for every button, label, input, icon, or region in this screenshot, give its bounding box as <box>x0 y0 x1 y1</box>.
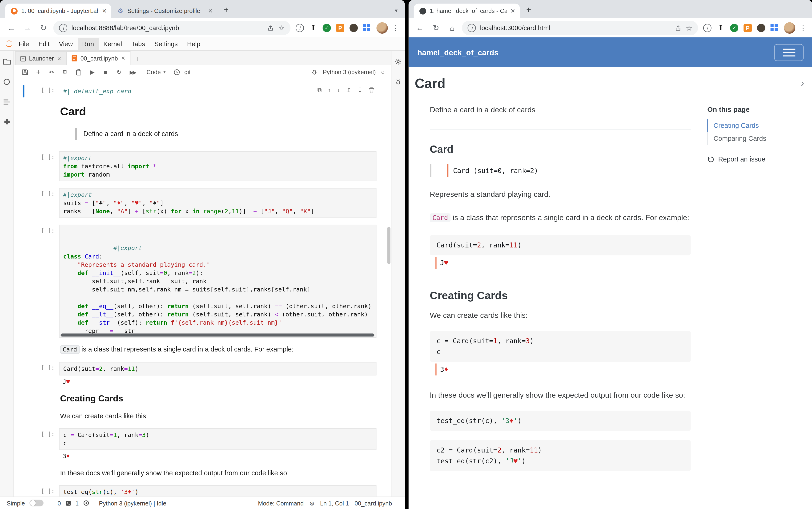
add-cell-button[interactable]: + <box>32 66 45 78</box>
simple-mode-toggle[interactable] <box>30 500 43 506</box>
profile-avatar[interactable] <box>376 22 388 33</box>
extension-i-icon[interactable]: I <box>717 24 725 32</box>
notebook-scroll-area[interactable]: [ ]: #| default_exp card ⧉ ↑ ↓ ↥ ↧ <box>14 79 391 497</box>
menu-item-kernel[interactable]: Kernel <box>99 38 127 49</box>
address-bar[interactable]: i localhost:3000/card.html ☆ <box>462 21 698 35</box>
extension-info-icon[interactable]: i <box>295 24 304 32</box>
running-kernels-icon[interactable] <box>3 78 10 86</box>
menu-item-tabs[interactable]: Tabs <box>127 38 150 49</box>
extension-grid-icon[interactable] <box>363 24 371 32</box>
address-bar[interactable]: i localhost:8888/lab/tree/00_card.ipynb … <box>54 21 291 35</box>
toc-link-creating-cards[interactable]: Creating Cards <box>707 119 800 132</box>
forward-button[interactable]: → <box>21 21 34 34</box>
cell-type-dropdown[interactable]: Code ▾ <box>142 69 170 75</box>
menu-item-edit[interactable]: Edit <box>34 38 54 49</box>
tab-search-chevron-icon[interactable]: ▾ <box>395 7 397 14</box>
save-button[interactable] <box>18 66 32 78</box>
kernel-status-text[interactable]: Python 3 (ipykernel) | Idle <box>99 500 166 506</box>
tab-close-icon[interactable]: ✕ <box>510 7 515 14</box>
extension-i-icon[interactable]: I <box>309 24 317 32</box>
extension-paw-icon[interactable] <box>757 24 765 32</box>
browser-tab-settings[interactable]: ⚙ Settings - Customize profile ✕ <box>111 3 217 18</box>
new-tab-button[interactable]: + <box>522 3 535 16</box>
reload-button[interactable]: ↻ <box>37 21 50 34</box>
tab-close-icon[interactable]: ✕ <box>208 7 213 14</box>
markdown-cell-card-desc[interactable]: Card is a class that represents a single… <box>14 344 391 355</box>
new-launcher-button[interactable]: + <box>130 52 144 65</box>
browser-tab-jupyterlab[interactable]: 1. 00_card.ipynb - JupyterLab ✕ <box>5 3 111 18</box>
menu-item-run[interactable]: Run <box>77 38 99 49</box>
restart-kernel-button[interactable]: ↻ <box>112 66 126 78</box>
git-label[interactable]: git <box>184 69 191 75</box>
insert-cell-below-button[interactable]: ↧ <box>357 87 362 94</box>
delete-cell-button[interactable] <box>368 87 374 93</box>
markdown-cell-docs-note[interactable]: In these docs we'll generally show the e… <box>14 468 391 478</box>
menu-item-view[interactable]: View <box>54 38 77 49</box>
kernel-name[interactable]: Python 3 (ipykernel) <box>323 69 376 75</box>
menu-item-settings[interactable]: Settings <box>150 38 182 49</box>
history-clock-icon[interactable] <box>170 66 183 78</box>
extension-p-icon[interactable]: P <box>743 24 752 32</box>
url-text[interactable]: localhost:8888/lab/tree/00_card.ipynb <box>72 24 263 31</box>
tab-notebook[interactable]: 00_card.ipynb ✕ <box>66 51 130 65</box>
url-text[interactable]: localhost:3000/card.html <box>480 24 671 31</box>
run-cell-button[interactable]: ▶ <box>85 66 99 78</box>
extension-check-icon[interactable]: ✓ <box>323 24 331 32</box>
back-button[interactable]: ← <box>5 21 17 34</box>
cell-input[interactable]: c = Card(suit=1, rank=3) c <box>59 428 377 450</box>
toc-link-comparing-cards[interactable]: Comparing Cards <box>707 132 800 145</box>
menu-item-file[interactable]: File <box>14 38 34 49</box>
sidebar-toggle-chevron-icon[interactable]: › <box>801 78 804 89</box>
back-button[interactable]: ← <box>414 21 426 34</box>
report-issue-link[interactable]: Report an issue <box>707 156 800 163</box>
tab-close-icon[interactable]: ✕ <box>121 55 125 61</box>
site-info-icon[interactable]: i <box>468 24 476 32</box>
copy-cells-button[interactable]: ⧉ <box>59 66 72 78</box>
bookmark-star-icon[interactable]: ☆ <box>278 24 285 32</box>
mode-indicator[interactable]: Mode: Command <box>258 500 304 506</box>
browser-menu-icon[interactable]: ⋮ <box>391 24 400 32</box>
vertical-scrollbar[interactable] <box>387 227 390 264</box>
tab-launcher[interactable]: Launcher ✕ <box>15 51 67 65</box>
menu-item-help[interactable]: Help <box>182 38 205 49</box>
insert-cell-above-button[interactable]: ↥ <box>346 87 351 94</box>
table-of-contents-icon[interactable] <box>3 99 10 105</box>
site-info-icon[interactable]: i <box>59 24 67 32</box>
tab-close-icon[interactable]: ✕ <box>102 7 107 14</box>
file-browser-icon[interactable] <box>3 58 10 65</box>
kernel-status-icon[interactable]: ○ <box>381 68 385 75</box>
markdown-cell-creating[interactable]: Creating Cards We can create cards like … <box>14 394 391 421</box>
paste-cells-button[interactable] <box>72 66 85 78</box>
reload-button[interactable]: ↻ <box>430 21 442 34</box>
cut-cells-button[interactable]: ✂ <box>45 66 58 78</box>
extension-check-icon[interactable]: ✓ <box>730 24 738 32</box>
share-icon[interactable] <box>268 24 274 31</box>
move-cell-up-button[interactable]: ↑ <box>328 87 331 93</box>
stop-kernel-button[interactable]: ■ <box>99 66 112 78</box>
extension-info-icon[interactable]: i <box>703 24 711 32</box>
extension-grid-icon[interactable] <box>771 24 779 32</box>
browser-tab-docs[interactable]: 1. hamel_deck_of_cards - Car ✕ <box>414 3 520 18</box>
extension-paw-icon[interactable] <box>350 24 358 32</box>
share-icon[interactable] <box>675 24 682 31</box>
debugger-bug-icon[interactable] <box>395 79 401 85</box>
tab-close-icon[interactable]: ✕ <box>57 56 61 61</box>
cell-input[interactable]: test_eq(str(c), '3♦') <box>59 485 377 497</box>
horizontal-scrollbar[interactable] <box>61 333 374 336</box>
duplicate-cell-button[interactable]: ⧉ <box>318 87 322 94</box>
notification-icon[interactable]: ⊗ <box>309 499 314 507</box>
property-inspector-gear-icon[interactable] <box>394 58 402 65</box>
site-title[interactable]: hamel_deck_of_cards <box>417 48 498 57</box>
markdown-cell-title[interactable]: Card Define a card in a deck of cards <box>14 105 391 140</box>
browser-menu-icon[interactable]: ⋮ <box>799 24 807 32</box>
restart-run-all-button[interactable]: ▶▶ <box>126 66 139 78</box>
bookmark-star-icon[interactable]: ☆ <box>686 24 693 32</box>
home-button[interactable]: ⌂ <box>446 21 458 34</box>
new-tab-button[interactable]: + <box>220 3 233 16</box>
cell-input[interactable]: #|export suits = ["♣", "♦", "♥", "♠"] ra… <box>59 188 377 218</box>
extensions-puzzle-icon[interactable] <box>3 118 10 126</box>
cell-input[interactable]: #|export class Card: "Represents a stand… <box>59 225 377 338</box>
cell-input[interactable]: Card(suit=2, rank=11) <box>59 362 377 375</box>
extension-p-icon[interactable]: P <box>336 24 344 32</box>
cell-input[interactable]: #|export from fastcore.all import * impo… <box>59 151 377 181</box>
